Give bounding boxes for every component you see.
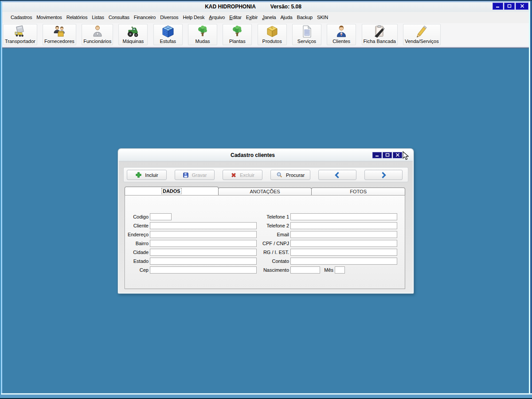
close-icon bbox=[520, 4, 524, 9]
close-icon bbox=[395, 149, 400, 161]
field-label-codigo: Codigo bbox=[125, 213, 149, 220]
window-minimize-button[interactable] bbox=[493, 3, 503, 10]
toolbar-button-servicos[interactable]: Serviços bbox=[292, 24, 321, 45]
menu-item-movimentos[interactable]: Movimentos bbox=[34, 12, 64, 23]
previous-record-button[interactable] bbox=[318, 170, 356, 180]
menu-item-arquivo[interactable]: Arquivo bbox=[207, 12, 227, 23]
nascimento-field[interactable] bbox=[290, 266, 320, 274]
codigo-field[interactable] bbox=[150, 213, 172, 220]
tab-anotacoes[interactable]: ANOTAÇÕES bbox=[218, 188, 312, 195]
toolbar-button-label: Mudas bbox=[196, 39, 210, 44]
next-record-button[interactable] bbox=[364, 170, 403, 180]
seedling-tree-icon bbox=[196, 24, 210, 39]
bairro-field[interactable] bbox=[150, 240, 257, 247]
tab-dados[interactable]: DADOS bbox=[125, 187, 219, 195]
menu-item-relatorios[interactable]: Relatórios bbox=[64, 12, 90, 23]
field-label-bairro: Bairro bbox=[125, 240, 149, 247]
app-title: KAD HIDROPHONIA bbox=[205, 4, 256, 10]
menu-item-editar[interactable]: Editar bbox=[227, 12, 244, 23]
menu-item-backup[interactable]: Backup bbox=[295, 12, 315, 23]
toolbar-button-plantas[interactable]: Plantas bbox=[223, 24, 252, 45]
field-label-rg-i-est: RG / I. EST. bbox=[254, 249, 289, 256]
window-maximize-button[interactable] bbox=[504, 3, 515, 10]
truck-icon bbox=[13, 24, 27, 39]
plant-tree-icon bbox=[230, 24, 244, 39]
toolbar-button-label: Plantas bbox=[229, 39, 246, 44]
menu-item-cadastros[interactable]: Cadastros bbox=[8, 12, 34, 23]
estado-field[interactable] bbox=[150, 258, 257, 265]
greenhouse-cube-icon bbox=[161, 24, 175, 39]
employee-icon bbox=[90, 24, 105, 39]
contato-field[interactable] bbox=[290, 258, 397, 265]
endereco-field[interactable] bbox=[150, 231, 257, 238]
button-label: Gravar bbox=[192, 172, 207, 178]
email-field[interactable] bbox=[290, 231, 397, 238]
toolbar-button-clientes[interactable]: Clientes bbox=[327, 24, 356, 45]
dados-tab-panel: CodigoClienteEndereçoBairroCidadeEstadoC… bbox=[125, 195, 405, 289]
procurar-button[interactable]: Procurar bbox=[270, 170, 310, 180]
cliente-field[interactable] bbox=[150, 222, 257, 229]
button-label: Incluir bbox=[145, 172, 158, 178]
dialog-maximize-button[interactable] bbox=[383, 152, 392, 158]
rg-i-est-field[interactable] bbox=[290, 249, 397, 256]
field-label-mes: Mês bbox=[324, 266, 333, 274]
window-border-right-highlight bbox=[529, 2, 530, 394]
dialog-title-bar[interactable]: Cadastro clientes bbox=[119, 149, 413, 161]
dialog-tabs: DADOSANOTAÇÕESFOTOS bbox=[125, 187, 405, 195]
window-close-button[interactable] bbox=[516, 3, 528, 10]
dialog-close-button[interactable] bbox=[393, 152, 402, 158]
incluir-button[interactable]: Incluir bbox=[127, 170, 167, 180]
window-title: KAD HIDROPHONIA Versão: 5.08 bbox=[205, 4, 301, 10]
clipboard-pen-icon bbox=[372, 24, 387, 39]
menu-item-financeiro[interactable]: Financeiro bbox=[132, 12, 158, 23]
window-border-bottom bbox=[0, 395, 532, 398]
application-window: KAD HIDROPHONIA Versão: 5.08 CadastrosMo… bbox=[2, 2, 529, 393]
menu-item-ajuda[interactable]: Ajuda bbox=[278, 12, 294, 23]
menu-item-janela[interactable]: Janela bbox=[260, 12, 278, 23]
field-label-cliente: Cliente bbox=[125, 222, 149, 229]
excluir-button[interactable]: Excluir bbox=[223, 170, 262, 180]
field-label-telefone-1: Telefone 1 bbox=[254, 213, 289, 220]
toolbar-button-produtos[interactable]: Produtos bbox=[258, 24, 287, 45]
telefone-1-field[interactable] bbox=[290, 213, 397, 220]
button-label: Excluir bbox=[240, 172, 254, 178]
gravar-button[interactable]: Gravar bbox=[175, 170, 215, 180]
tractor-icon bbox=[126, 24, 140, 39]
toolbar-button-mudas[interactable]: Mudas bbox=[188, 24, 217, 45]
menu-item-diversos[interactable]: Diversos bbox=[158, 12, 180, 23]
toolbar-button-maquinas[interactable]: Máquinas bbox=[118, 24, 148, 45]
menu-item-exibir[interactable]: Exibir bbox=[244, 12, 260, 23]
field-label-nascimento: Nascimento bbox=[254, 266, 289, 274]
service-document-icon bbox=[300, 24, 314, 39]
menu-item-help-desk[interactable]: Help Desk bbox=[180, 12, 207, 23]
toolbar-button-funcionarios[interactable]: Funcionários bbox=[82, 24, 113, 45]
search-magnifier-icon bbox=[276, 172, 283, 178]
toolbar-button-estufas[interactable]: Estufas bbox=[153, 24, 183, 45]
cep-field[interactable] bbox=[150, 266, 257, 274]
cpf-cnpj-field[interactable] bbox=[290, 240, 397, 247]
mes-field[interactable] bbox=[335, 266, 345, 274]
toolbar-button-transportador[interactable]: Transportador bbox=[3, 24, 37, 45]
menu-item-consultas[interactable]: Consultas bbox=[106, 12, 132, 23]
dialog-body: IncluirGravarExcluirProcurar DADOSANOTAÇ… bbox=[119, 161, 413, 293]
toolbar-button-label: Fornecedores bbox=[44, 39, 74, 44]
toolbar-button-fornecedores[interactable]: Fornecedores bbox=[43, 24, 76, 45]
field-label-endereco: Endereço bbox=[125, 231, 149, 238]
toolbar-button-ficha-bancada[interactable]: Ficha Bancada bbox=[362, 24, 398, 45]
toolbar-button-label: Máquinas bbox=[123, 39, 144, 44]
field-label-contato: Contato bbox=[254, 258, 289, 265]
dialog-action-panel: IncluirGravarExcluirProcurar bbox=[123, 167, 408, 182]
arrow-left-icon bbox=[334, 172, 341, 179]
cidade-field[interactable] bbox=[150, 249, 257, 256]
menu-item-listas[interactable]: Listas bbox=[90, 12, 106, 23]
dialog-minimize-button[interactable] bbox=[372, 152, 382, 158]
menu-item-skin[interactable]: SKIN bbox=[315, 12, 330, 23]
telefone-2-field[interactable] bbox=[290, 222, 397, 229]
title-bar[interactable]: KAD HIDROPHONIA Versão: 5.08 bbox=[2, 2, 529, 12]
tab-fotos[interactable]: FOTOS bbox=[311, 188, 405, 195]
window-border-right bbox=[530, 1, 532, 398]
toolbar-button-venda-servicos[interactable]: Venda/Serviços bbox=[403, 24, 440, 45]
client-person-icon bbox=[334, 24, 348, 39]
toolbar-button-label: Clientes bbox=[332, 39, 350, 44]
toolbar-button-label: Estufas bbox=[160, 39, 176, 44]
